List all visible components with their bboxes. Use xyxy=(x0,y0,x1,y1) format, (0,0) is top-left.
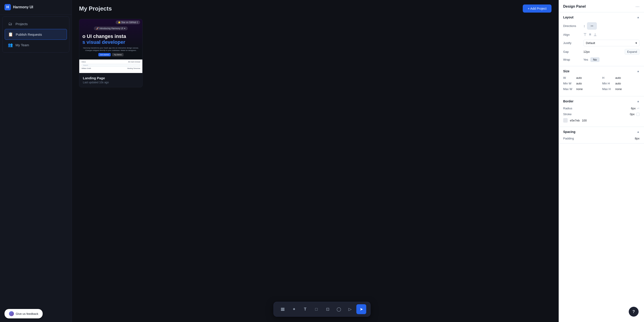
gap-expand-btn[interactable]: Expand xyxy=(625,49,640,54)
directions-controls: ↕ ↔ xyxy=(583,22,640,30)
sidebar-item-my-team[interactable]: 👥 My Team xyxy=(5,40,67,50)
main-content: My Projects + Add Project ⭐ Star on GitH… xyxy=(72,0,559,322)
spacing-collapse-icon: ▲ xyxy=(637,130,640,134)
bottom-toolbar: ✦ T □ ⊡ ◯ ▷ ➤ xyxy=(274,302,370,316)
stroke-checkbox[interactable] xyxy=(636,113,640,116)
spacing-section-header[interactable]: Spacing ▲ xyxy=(563,130,640,134)
text-icon: T xyxy=(304,307,306,312)
add-project-button[interactable]: + Add Project xyxy=(523,4,552,12)
thumbnail-headline: o UI changes insta s visual developer xyxy=(82,34,139,45)
align-label: Align xyxy=(563,33,583,36)
spacing-section-title: Spacing xyxy=(563,130,575,134)
project-thumbnail: ⭐ Star on GitHub 1 🚀 Introducing Harmony… xyxy=(79,19,142,73)
max-w-value: none xyxy=(576,87,600,91)
layers-icon xyxy=(280,307,285,312)
layers-tool-btn[interactable] xyxy=(278,304,288,314)
color-swatch[interactable] xyxy=(563,118,568,122)
preview-tool-btn[interactable]: ▷ xyxy=(345,304,355,314)
align-top-icon[interactable]: ⊤ xyxy=(583,32,587,37)
h-label: H xyxy=(602,76,614,80)
max-h-label: Max H xyxy=(602,87,614,91)
spacing-section: Spacing ▲ Padding 8px xyxy=(559,127,644,144)
project-card-landing-page[interactable]: ⭐ Star on GitHub 1 🚀 Introducing Harmony… xyxy=(79,19,142,87)
page-title: My Projects xyxy=(79,5,112,12)
wrap-row: Wrap Yes No xyxy=(563,57,640,62)
feedback-button[interactable]: Give us feedback xyxy=(4,309,43,318)
sidebar-item-publish-requests[interactable]: 📋 Publish Requests xyxy=(5,29,67,40)
radius-value: 6px xyxy=(631,107,636,110)
sidebar-item-label-my-team: My Team xyxy=(16,43,29,47)
gap-value: 12px xyxy=(583,50,625,54)
try-demo-thumb-btn: Try Demo xyxy=(112,53,124,56)
comment-tool-btn[interactable]: ◯ xyxy=(334,304,344,314)
sidebar-nav-wrapper: 🗂 Projects 📋 Publish Requests 👥 My Team xyxy=(2,16,70,52)
radius-label: Radius xyxy=(563,107,631,110)
thumbnail-buttons: Get started Try Demo xyxy=(82,53,139,56)
layout-section-header[interactable]: Layout ▲ xyxy=(563,16,640,19)
radius-row: Radius 6px ⌐ xyxy=(563,106,640,110)
help-button[interactable]: ? xyxy=(629,307,638,316)
border-section-header[interactable]: Border ▲ xyxy=(563,100,640,103)
feedback-label: Give us feedback xyxy=(16,312,38,316)
wrap-no-btn[interactable]: No xyxy=(590,57,600,62)
svg-rect-1 xyxy=(281,309,284,310)
gap-label: Gap xyxy=(563,50,583,54)
directions-label: Directions xyxy=(563,24,583,28)
justify-chevron-icon: ▾ xyxy=(636,41,637,45)
sidebar-item-projects[interactable]: 🗂 Projects xyxy=(5,19,67,29)
frame-tool-btn[interactable]: □ xyxy=(312,304,321,314)
min-w-value: auto xyxy=(576,82,600,85)
border-section-title: Border xyxy=(563,100,574,103)
publish-tool-btn[interactable]: ➤ xyxy=(356,304,366,314)
inbox-header: Inbox All mail Unread xyxy=(82,61,140,63)
app-title: Harmony UI xyxy=(13,5,33,9)
inbox-row: William Smith Meeting Tomorrow xyxy=(82,68,140,69)
size-section-header[interactable]: Size ▲ xyxy=(563,70,640,73)
border-section: Border ▲ Radius 6px ⌐ Stroke 0px e5e7eb … xyxy=(559,96,644,127)
min-w-label: Min W xyxy=(563,82,574,85)
thumbnail-hero: o UI changes insta s visual developer Ha… xyxy=(79,31,142,60)
auto-layout-icon: ✦ xyxy=(292,307,296,312)
intro-pill: 🚀 Introducing Harmony UI ✦ xyxy=(94,26,128,30)
headline-colored: s visual developer xyxy=(82,39,125,45)
design-panel: Design Panel ⋯ Layout ▲ Directions ↕ ↔ A… xyxy=(559,0,644,322)
color-opacity: 100 xyxy=(582,119,587,122)
thumbnail-bottom: Inbox All mail Unread Search William Smi… xyxy=(79,60,142,73)
max-h-value: none xyxy=(615,87,640,91)
sidebar-item-label-publish-requests: Publish Requests xyxy=(16,32,42,36)
stroke-row: Stroke 0px xyxy=(563,112,640,116)
w-value: auto xyxy=(576,76,600,80)
align-bottom-icon[interactable]: ⊥ xyxy=(594,32,597,37)
comment-icon: ◯ xyxy=(336,307,341,312)
text-tool-btn[interactable]: T xyxy=(300,304,310,314)
color-hex: e5e7eb xyxy=(570,119,580,122)
project-info: Landing Page Last updated 10s ago xyxy=(79,73,142,87)
layout-collapse-icon: ▲ xyxy=(637,16,640,19)
project-updated: Last updated 10s ago xyxy=(83,81,139,84)
wrap-yes-btn[interactable]: Yes xyxy=(583,58,588,61)
direction-horizontal-btn[interactable]: ↔ xyxy=(587,22,596,30)
svg-rect-0 xyxy=(281,308,284,308)
gap-row: Gap 12px Expand xyxy=(563,49,640,54)
panel-more-options[interactable]: ⋯ xyxy=(636,4,640,9)
svg-rect-2 xyxy=(281,310,284,311)
padding-label: Padding xyxy=(563,137,635,140)
align-icons: ⊤ ≡ ⊥ xyxy=(583,32,640,37)
h-value: auto xyxy=(615,76,640,80)
publish-icon: ➤ xyxy=(360,307,363,312)
layout-section-title: Layout xyxy=(563,16,574,19)
align-center-icon[interactable]: ≡ xyxy=(589,32,591,37)
sidebar: H Harmony UI 🗂 Projects 📋 Publish Reques… xyxy=(0,0,72,322)
component-tool-btn[interactable]: ⊡ xyxy=(323,304,332,314)
thumbnail-content: ⭐ Star on GitHub 1 🚀 Introducing Harmony… xyxy=(79,19,142,73)
publish-requests-icon: 📋 xyxy=(8,32,13,37)
size-collapse-icon: ▲ xyxy=(637,70,640,73)
layout-section: Layout ▲ Directions ↕ ↔ Align ⊤ ≡ ⊥ Just… xyxy=(559,12,644,66)
justify-select[interactable]: Default ▾ xyxy=(583,40,640,46)
stroke-label: Stroke xyxy=(563,112,630,116)
auto-layout-tool-btn[interactable]: ✦ xyxy=(289,304,299,314)
color-row: e5e7eb 100 xyxy=(563,118,640,122)
w-label: W xyxy=(563,76,574,80)
direction-vertical-icon[interactable]: ↕ xyxy=(583,24,585,28)
justify-label: Justify xyxy=(563,41,583,45)
